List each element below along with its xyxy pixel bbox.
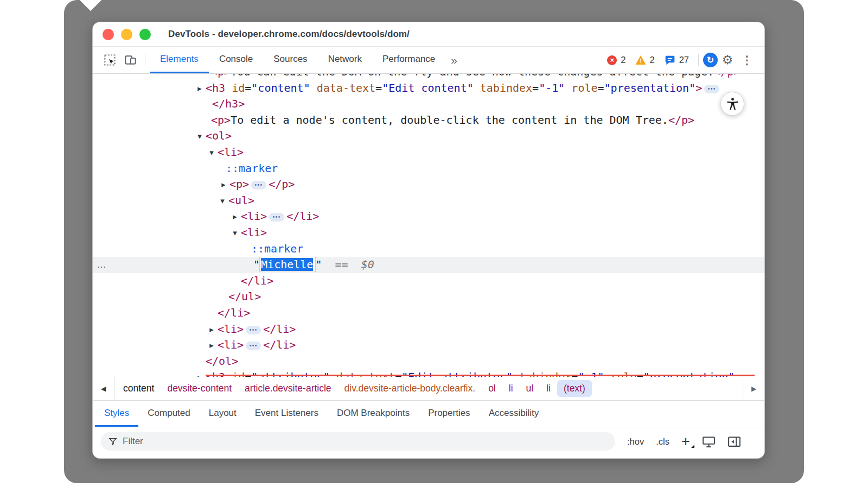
breadcrumb-scroll-left-icon[interactable]: ◀ xyxy=(93,377,114,400)
dom-tree-line[interactable]: </h3> xyxy=(93,96,764,112)
dom-tree-line[interactable]: ▾<ul> xyxy=(93,193,764,209)
styles-filter-input[interactable] xyxy=(123,436,608,447)
maximize-window-button[interactable] xyxy=(139,29,151,40)
syntax-token: </ol> xyxy=(206,355,238,368)
tab-console[interactable]: Console xyxy=(209,47,263,73)
accessibility-overlay-button[interactable] xyxy=(720,92,744,116)
dom-tree-line[interactable]: </li> xyxy=(93,273,764,289)
syntax-token: role xyxy=(565,81,597,94)
breadcrumb-item-article[interactable]: article.devsite-article xyxy=(238,380,338,397)
devtools-window: DevTools - developer.chrome.com/docs/dev… xyxy=(92,22,765,459)
dom-tree-line[interactable]: </ul> xyxy=(93,289,764,305)
sidebar-toggle-icon[interactable] xyxy=(727,435,741,448)
device-toolbar-icon[interactable] xyxy=(120,47,141,73)
dom-tree-panel[interactable]: <p>You can edit the DOM on the fly and s… xyxy=(93,74,764,377)
inline-expand-button[interactable]: ••• xyxy=(269,213,284,222)
tab-event-listeners[interactable]: Event Listeners xyxy=(246,401,328,427)
new-style-rule-button[interactable]: + xyxy=(681,434,690,449)
syntax-token: = xyxy=(532,81,539,94)
row-overflow-ellipsis-icon: … xyxy=(97,257,107,273)
collapse-arrow-icon[interactable]: ▾ xyxy=(195,128,205,144)
syntax-token: tabindex xyxy=(474,81,532,94)
toggle-element-state-button[interactable]: :hov xyxy=(627,437,644,447)
tab-elements[interactable]: Elements xyxy=(150,47,209,73)
collapse-arrow-icon[interactable]: ▾ xyxy=(218,193,227,209)
plus-icon: + xyxy=(681,433,690,450)
expand-arrow-icon[interactable]: ▸ xyxy=(195,369,205,377)
tab-properties[interactable]: Properties xyxy=(419,401,479,427)
inline-expand-button[interactable]: ••• xyxy=(246,342,261,350)
tab-performance[interactable]: Performance xyxy=(372,47,445,73)
breadcrumb-item-content[interactable]: content xyxy=(117,380,161,397)
dom-tree-line[interactable]: </ol> xyxy=(93,353,764,370)
more-tabs-icon[interactable]: » xyxy=(445,47,464,73)
syntax-token: </li> xyxy=(218,306,250,319)
dom-tree-line[interactable]: ▾<ol> xyxy=(93,128,764,144)
inline-expand-button[interactable]: ••• xyxy=(246,326,261,334)
warning-badge[interactable]: ! 2 xyxy=(630,47,659,73)
dom-tree-selected-line[interactable]: …"Michelle" == $0 xyxy=(93,257,764,273)
breadcrumb-scroll-right-icon[interactable]: ▶ xyxy=(743,377,764,400)
expand-arrow-icon[interactable]: ▸ xyxy=(230,208,240,225)
collapse-arrow-icon[interactable]: ▾ xyxy=(207,144,216,161)
inspect-element-icon[interactable] xyxy=(99,47,120,73)
styles-filter-bar: :hov .cls + xyxy=(93,427,764,456)
window-title: DevTools - developer.chrome.com/docs/dev… xyxy=(168,29,410,40)
kebab-menu-icon[interactable]: ⋮ xyxy=(737,54,757,67)
sync-status-icon[interactable]: ↻ xyxy=(703,53,718,67)
syntax-token: <ul> xyxy=(228,194,254,207)
breadcrumb-item-div[interactable]: div.devsite-article-body.clearfix. xyxy=(338,380,482,397)
dom-tree-line[interactable]: ▾<li> xyxy=(93,225,764,241)
dom-tree-line[interactable]: ▸<p>•••</p> xyxy=(93,176,764,193)
tab-dom-breakpoints[interactable]: DOM Breakpoints xyxy=(328,401,419,427)
tab-computed[interactable]: Computed xyxy=(138,401,199,427)
dom-tree-line[interactable]: ::marker xyxy=(93,241,764,257)
syntax-token: = xyxy=(245,81,251,94)
styles-filter-field[interactable] xyxy=(101,432,615,451)
close-window-button[interactable] xyxy=(103,29,114,40)
breadcrumb-item-text-selected[interactable]: (text) xyxy=(557,380,592,397)
syntax-token: <h3 xyxy=(206,81,225,94)
collapse-arrow-icon[interactable]: ▾ xyxy=(230,225,240,241)
dom-tree-line[interactable]: <p>To edit a node's content, double-clic… xyxy=(93,112,764,129)
inline-expand-button[interactable]: ••• xyxy=(251,181,266,189)
tab-layout[interactable]: Layout xyxy=(200,401,246,427)
tab-styles[interactable]: Styles xyxy=(95,401,138,427)
expand-arrow-icon[interactable]: ▸ xyxy=(195,80,205,97)
dom-tree-line[interactable]: ▸<li>•••</li> xyxy=(93,337,764,353)
dom-tree-line[interactable]: </li> xyxy=(93,305,764,321)
issues-badge[interactable]: 27 xyxy=(660,47,694,73)
expand-arrow-icon[interactable]: ▸ xyxy=(219,176,228,193)
dom-tree-line[interactable]: ::marker xyxy=(93,161,764,177)
dom-tree-line[interactable]: ▸<h3 id="content" data-text="Edit conten… xyxy=(93,80,764,97)
syntax-token: </li> xyxy=(263,323,296,336)
inline-expand-button[interactable]: ••• xyxy=(704,85,719,93)
minimize-window-button[interactable] xyxy=(121,29,132,40)
tab-accessibility[interactable]: Accessibility xyxy=(480,401,548,427)
syntax-token: = xyxy=(375,81,382,94)
dom-tree-line[interactable]: ▾<li> xyxy=(93,144,764,161)
inline-edit-box[interactable]: Michelle xyxy=(260,257,315,271)
syntax-token: </p> xyxy=(714,74,740,78)
traffic-lights xyxy=(103,29,151,40)
tab-sources[interactable]: Sources xyxy=(263,47,317,73)
breadcrumb-item-li2[interactable]: li xyxy=(540,380,557,397)
breadcrumb-item-ul[interactable]: ul xyxy=(520,380,540,397)
element-classes-button[interactable]: .cls xyxy=(656,437,669,447)
dom-tree-line[interactable]: ▸<li>•••</li> xyxy=(93,321,764,338)
syntax-token: <li> xyxy=(241,226,267,239)
syntax-token: " xyxy=(315,258,322,271)
breadcrumb-item-devsite-content[interactable]: devsite-content xyxy=(161,380,238,397)
expand-arrow-icon[interactable]: ▸ xyxy=(207,321,216,338)
dom-tree-line[interactable]: ▸<li>•••</li> xyxy=(93,208,764,225)
accessibility-person-icon xyxy=(725,97,740,111)
tab-network[interactable]: Network xyxy=(318,47,372,73)
rendering-emulation-icon[interactable] xyxy=(702,435,716,448)
error-badge[interactable]: × 2 xyxy=(602,47,630,73)
expand-arrow-icon[interactable]: ▸ xyxy=(207,337,216,353)
settings-gear-icon[interactable]: ⚙ xyxy=(718,53,737,67)
dom-tree-line[interactable]: <p>You can edit the DOM on the fly and s… xyxy=(93,74,764,80)
breadcrumb-item-ol[interactable]: ol xyxy=(482,380,502,397)
syntax-token: </li> xyxy=(241,274,273,287)
breadcrumb-item-li[interactable]: li xyxy=(502,380,520,397)
